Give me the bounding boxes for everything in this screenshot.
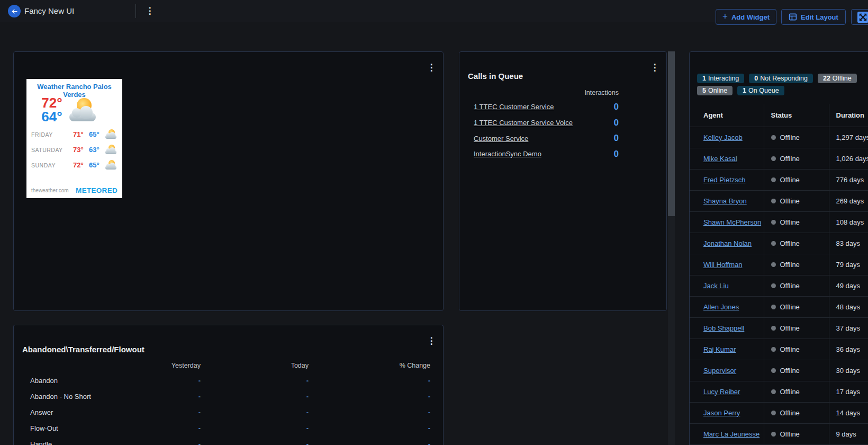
- agent-name-link[interactable]: Lucy Reiber: [703, 388, 740, 396]
- agent-status: Offline: [780, 155, 800, 163]
- plus-icon: +: [722, 11, 728, 22]
- queue-link[interactable]: 1 TTEC Customer Service Voice: [474, 119, 573, 127]
- topbar: Fancy New UI ⋮ + Add Widget Edit Layout: [0, 0, 868, 22]
- offline-status-dot-icon: [771, 326, 776, 331]
- agent-row: Raj Kumar Offline 36 days: [690, 339, 868, 360]
- agent-duration: 48 days: [829, 296, 868, 317]
- status-badge[interactable]: 22Offline: [818, 74, 857, 83]
- agent-duration: 269 days: [829, 190, 868, 211]
- add-widget-label: Add Widget: [731, 13, 770, 21]
- agent-column-header: Agent: [690, 104, 764, 127]
- add-widget-button[interactable]: + Add Widget: [716, 9, 776, 25]
- sun-behind-cloud-icon: [105, 129, 117, 139]
- badge-count: 22: [823, 75, 830, 82]
- metric-change-value: -: [367, 393, 430, 400]
- queue-row: InteractionSync Demo 0: [474, 146, 619, 162]
- offline-status-dot-icon: [771, 411, 776, 415]
- agent-name-link[interactable]: Marc La Jeunesse: [703, 430, 760, 438]
- agent-duration: 1,297 days: [829, 127, 868, 148]
- meteored-logo[interactable]: METEORED: [76, 186, 117, 194]
- expand-icon: [857, 12, 868, 23]
- current-high-temp: 72°: [37, 96, 67, 110]
- agent-name-link[interactable]: Allen Jones: [703, 303, 739, 311]
- queue-link[interactable]: Customer Service: [474, 135, 528, 143]
- agent-row: Fred Pietzsch Offline 776 days: [690, 169, 868, 190]
- today-column-header: Today: [245, 362, 309, 369]
- metric-row: Abandon - - -: [14, 372, 444, 388]
- badge-label: Offline: [833, 75, 852, 82]
- metric-today-value: -: [245, 440, 309, 445]
- agent-name-link[interactable]: Shawn McPherson: [703, 218, 761, 226]
- queue-link[interactable]: InteractionSync Demo: [474, 150, 541, 158]
- metric-today-value: -: [245, 408, 309, 416]
- fullscreen-button[interactable]: [851, 9, 868, 25]
- status-badge[interactable]: 0Not Responding: [749, 74, 813, 83]
- weather-panel: ⋮ Weather Rancho Palos Verdes 72° 64° FR…: [13, 51, 444, 311]
- agent-status: Offline: [780, 134, 800, 141]
- queue-link[interactable]: 1 TTEC Customer Service: [474, 103, 554, 111]
- topbar-kebab-menu-icon[interactable]: ⋮: [144, 6, 156, 16]
- interactions-column-header: Interactions: [584, 89, 619, 96]
- agent-name-link[interactable]: Kelley Jacob: [703, 134, 743, 141]
- agent-name-link[interactable]: Bob Shappell: [703, 324, 744, 332]
- agent-name-link[interactable]: Supervisor: [703, 367, 736, 375]
- status-badge[interactable]: 5Online: [697, 86, 733, 95]
- metric-yesterday-value: -: [137, 424, 201, 432]
- edit-layout-button[interactable]: Edit Layout: [781, 9, 846, 25]
- duration-column-header: Duration: [829, 104, 868, 127]
- badge-count: 1: [743, 87, 746, 94]
- sun-behind-cloud-icon: [105, 160, 117, 170]
- badge-count: 1: [702, 75, 706, 82]
- sun-behind-cloud-icon: [105, 145, 117, 155]
- abandoned-transferred-flowout-panel: Abandoned\Transferred/Flowout ⋮ Yesterda…: [13, 325, 444, 445]
- agent-name-link[interactable]: Raj Kumar: [703, 345, 736, 353]
- edit-layout-label: Edit Layout: [801, 13, 838, 21]
- agent-duration: 49 days: [829, 275, 868, 296]
- offline-status-dot-icon: [771, 432, 776, 437]
- agent-name-link[interactable]: Will Hoffman: [703, 261, 742, 269]
- weather-panel-kebab-icon[interactable]: ⋮: [426, 63, 437, 73]
- offline-status-dot-icon: [771, 262, 776, 267]
- offline-status-dot-icon: [771, 389, 776, 394]
- status-badge[interactable]: 1On Queue: [737, 86, 784, 95]
- agent-name-link[interactable]: Fred Pietzsch: [703, 176, 745, 184]
- queue-interactions-value: 0: [614, 149, 619, 159]
- agents-table-header: Agent Status Duration: [690, 104, 868, 127]
- agent-row: Jack Liu Offline 49 days: [690, 275, 868, 296]
- metric-label: Answer: [30, 408, 53, 416]
- offline-status-dot-icon: [771, 305, 776, 309]
- metric-label: Handle: [30, 440, 52, 445]
- vertical-scrollbar-track[interactable]: [668, 51, 675, 445]
- vertical-scrollbar-thumb[interactable]: [668, 51, 675, 216]
- agent-name-link[interactable]: Jack Liu: [703, 282, 729, 290]
- agent-status: Offline: [780, 218, 800, 226]
- sun-behind-cloud-icon: [68, 98, 100, 123]
- agent-name-link[interactable]: Jonathan Nolan: [703, 239, 752, 247]
- agent-row: Marc La Jeunesse Offline 9 days: [690, 423, 868, 444]
- agent-name-link[interactable]: Jason Perry: [703, 409, 740, 417]
- percent-change-column-header: % Change: [367, 362, 430, 369]
- metric-yesterday-value: -: [137, 408, 201, 416]
- abandoned-panel-title: Abandoned\Transferred/Flowout: [22, 345, 144, 354]
- agent-row: Kelley Jacob Offline 1,297 days: [690, 127, 868, 148]
- metric-change-value: -: [367, 440, 430, 445]
- metric-label: Flow-Out: [30, 424, 58, 432]
- agent-status-badges: 1Interacting 0Not Responding 22Offline 5…: [697, 74, 868, 95]
- metric-change-value: -: [367, 408, 430, 416]
- agent-name-link[interactable]: Shayna Bryon: [703, 197, 747, 205]
- agent-name-link[interactable]: Mike Kasal: [703, 155, 737, 163]
- page-title: Fancy New UI: [24, 0, 74, 22]
- forecast-day: FRIDAY: [31, 131, 73, 138]
- abandoned-panel-kebab-icon[interactable]: ⋮: [426, 336, 437, 346]
- weather-source-link[interactable]: theweather.com: [31, 188, 69, 193]
- agent-duration: 1,026 days: [829, 148, 868, 169]
- status-badge[interactable]: 1Interacting: [697, 74, 744, 83]
- queue-row: Customer Service 0: [474, 130, 619, 146]
- agent-duration: 17 days: [829, 381, 868, 402]
- agent-status: Offline: [780, 261, 800, 269]
- calls-panel-kebab-icon[interactable]: ⋮: [649, 63, 660, 73]
- back-button[interactable]: [8, 5, 21, 17]
- metric-label: Abandon - No Short: [30, 393, 91, 400]
- agent-row: Jason Perry Offline 14 days: [690, 402, 868, 423]
- weather-widget[interactable]: Weather Rancho Palos Verdes 72° 64° FRID…: [26, 79, 122, 198]
